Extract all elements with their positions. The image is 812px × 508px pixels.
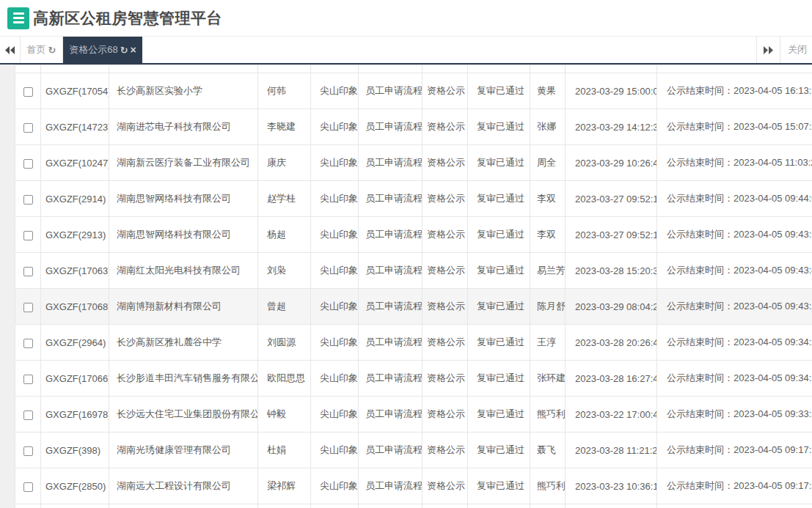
cell-reviewer-name: 李双 xyxy=(530,181,566,217)
table-row[interactable]: GXGZF(17068) 湖南博翔新材料有限公司 曾超 尖山印象 员工申请流程 … xyxy=(15,289,812,325)
cell-checkbox xyxy=(15,468,41,504)
cell-reviewer-name: 黄果 xyxy=(530,73,566,109)
refresh-icon[interactable]: ↻ xyxy=(48,45,56,56)
table-row[interactable]: GXGZF(2850) 湖南远大工程设计有限公司 梁祁辉 尖山印象 员工申请流程… xyxy=(15,468,812,504)
cell-checkbox xyxy=(15,432,41,468)
cell-project-name: 尖山印象 xyxy=(311,181,359,217)
table-row[interactable]: GXGZF(17063) 湖南红太阳光电科技有限公司 刘枭 尖山印象 员工申请流… xyxy=(15,253,812,289)
cell-review-status: 复审已通过 xyxy=(468,397,530,432)
table-row[interactable]: GXGZF(398) 湖南光琇健康管理有限公司 杜娟 尖山印象 员工申请流程 资… xyxy=(15,432,812,468)
cell-checkbox xyxy=(15,253,41,289)
clipped-row-top xyxy=(15,65,812,73)
cell-publicity-end-time: 公示结束时间：2023-04-05 09:33:58 xyxy=(657,397,812,432)
tab-qualification-publicity[interactable]: 资格公示68↻× xyxy=(63,37,142,63)
row-checkbox[interactable] xyxy=(23,123,33,133)
tabs-scroll-left-button[interactable] xyxy=(0,37,21,63)
clipped-row-bottom xyxy=(15,504,812,508)
cell-flow-type: 员工申请流程 xyxy=(359,325,423,361)
cell-project-name: 尖山印象 xyxy=(311,432,359,468)
tab-home-label: 首页 xyxy=(27,43,46,56)
table-row[interactable]: GXGZF(17066) 长沙肜道丰田汽车销售服务有限公司 欧阳思思 尖山印象 … xyxy=(15,361,812,397)
hamburger-menu-button[interactable] xyxy=(7,7,29,29)
table-row[interactable]: GXGZF(2964) 长沙高新区雅礼麓谷中学 刘圆源 尖山印象 员工申请流程 … xyxy=(15,325,812,361)
cell-applicant-name: 梁祁辉 xyxy=(258,468,311,504)
table-row[interactable]: GXGZF(14723) 湖南进芯电子科技有限公司 李晓建 尖山印象 员工申请流… xyxy=(15,109,812,145)
tabbar-spacer xyxy=(142,37,756,63)
cell-checkbox xyxy=(15,397,41,432)
row-checkbox[interactable] xyxy=(23,231,33,240)
cell-project-name: 尖山印象 xyxy=(311,217,359,253)
cell-project-name: 尖山印象 xyxy=(311,145,359,181)
cell-applicant-name: 刘圆源 xyxy=(258,325,311,361)
cell-applicant-name: 刘枭 xyxy=(258,253,311,289)
row-checkbox[interactable] xyxy=(23,303,33,312)
cell-stage: 资格公示 xyxy=(423,397,468,432)
cell-review-status: 复审已通过 xyxy=(468,253,530,289)
row-checkbox[interactable] xyxy=(23,159,33,169)
cell-review-time: 2023-03-29 14:12:34 xyxy=(566,109,657,145)
cell-flow-type: 员工申请流程 xyxy=(359,217,423,253)
cell-checkbox xyxy=(15,181,41,217)
cell-project-name: 尖山印象 xyxy=(311,253,359,289)
refresh-icon[interactable]: ↻ xyxy=(120,45,128,56)
cell-checkbox xyxy=(15,73,41,109)
row-checkbox[interactable] xyxy=(23,446,33,456)
row-checkbox[interactable] xyxy=(23,411,33,420)
tab-home[interactable]: 首页↻ xyxy=(21,37,63,63)
row-checkbox[interactable] xyxy=(23,87,33,97)
cell-publicity-end-time: 公示结束时间：2023-04-05 09:43:57 xyxy=(657,217,812,253)
table-row[interactable]: GXGZF(16978) 长沙远大住宅工业集团股份有限公司 钟毅 尖山印象 员工… xyxy=(15,397,812,432)
close-tab-icon[interactable]: × xyxy=(131,44,136,56)
cell-checkbox xyxy=(15,145,41,181)
tab-bar: 首页↻ 资格公示68↻× 关闭 xyxy=(0,37,812,65)
cell-review-time: 2023-03-29 10:26:48 xyxy=(566,145,657,181)
cell-reviewer-name: 李双 xyxy=(530,217,566,253)
table-row[interactable]: GXGZF(2914) 湖南思智网络科技有限公司 赵学桂 尖山印象 员工申请流程… xyxy=(15,181,812,217)
cell-applicant-name: 何韩 xyxy=(258,73,311,109)
double-chevron-right-icon xyxy=(764,46,773,54)
cell-checkbox xyxy=(15,289,41,325)
cell-reviewer-name: 周全 xyxy=(530,145,566,181)
cell-publicity-end-time: 公示结束时间：2023-04-05 09:43:39 xyxy=(657,289,812,325)
cell-stage: 资格公示 xyxy=(423,145,468,181)
cell-flow-type: 员工申请流程 xyxy=(359,145,423,181)
cell-applicant-name: 康庆 xyxy=(258,145,311,181)
cell-application-id: GXGZF(17066) xyxy=(41,361,109,397)
cell-applicant-name: 曾超 xyxy=(258,289,311,325)
row-checkbox[interactable] xyxy=(23,482,33,492)
cell-publicity-end-time: 公示结束时间：2023-04-05 09:34:29 xyxy=(657,325,812,361)
cell-project-name: 尖山印象 xyxy=(311,468,359,504)
cell-reviewer-name: 张环建 xyxy=(530,361,566,397)
cell-flow-type: 员工申请流程 xyxy=(359,73,423,109)
cell-application-id: GXGZF(2914) xyxy=(41,181,109,217)
cell-project-name: 尖山印象 xyxy=(311,325,359,361)
cell-reviewer-name: 王淳 xyxy=(530,325,566,361)
cell-review-time: 2023-03-23 10:36:13 xyxy=(566,468,657,504)
cell-reviewer-name: 熊巧利 xyxy=(530,468,566,504)
close-operations-button[interactable]: 关闭 xyxy=(780,37,812,63)
table-row[interactable]: GXGZF(17054) 长沙高新区实验小学 何韩 尖山印象 员工申请流程 资格… xyxy=(15,73,812,109)
cell-review-status: 复审已通过 xyxy=(468,181,530,217)
cell-flow-type: 员工申请流程 xyxy=(359,361,423,397)
tabs-scroll-right-button[interactable] xyxy=(756,37,780,63)
row-checkbox[interactable] xyxy=(23,339,33,348)
table-row[interactable]: GXGZF(10247) 湖南新云医疗装备工业有限公司 康庆 尖山印象 员工申请… xyxy=(15,145,812,181)
cell-review-status: 复审已通过 xyxy=(468,109,530,145)
row-checkbox[interactable] xyxy=(23,267,33,276)
double-chevron-left-icon xyxy=(5,46,15,54)
cell-flow-type: 员工申请流程 xyxy=(359,109,423,145)
cell-publicity-end-time: 公示结束时间：2023-04-05 11:03:27 xyxy=(657,145,812,181)
cell-review-status: 复审已通过 xyxy=(468,145,530,181)
row-checkbox[interactable] xyxy=(23,195,33,205)
cell-stage: 资格公示 xyxy=(423,289,468,325)
cell-reviewer-name: 熊巧利 xyxy=(530,397,566,432)
cell-reviewer-name: 聂飞 xyxy=(530,432,566,468)
cell-review-status: 复审已通过 xyxy=(468,289,530,325)
row-checkbox[interactable] xyxy=(23,375,33,384)
cell-review-time: 2023-03-28 11:21:21 xyxy=(566,432,657,468)
cell-company-name: 长沙高新区实验小学 xyxy=(109,73,258,109)
table-row[interactable]: GXGZF(2913) 湖南思智网络科技有限公司 杨超 尖山印象 员工申请流程 … xyxy=(15,217,812,253)
cell-review-time: 2023-03-28 15:20:32 xyxy=(566,253,657,289)
page-title: 高新区公租房智慧管理平台 xyxy=(33,8,222,29)
tab-active-label: 资格公示68 xyxy=(69,43,117,56)
